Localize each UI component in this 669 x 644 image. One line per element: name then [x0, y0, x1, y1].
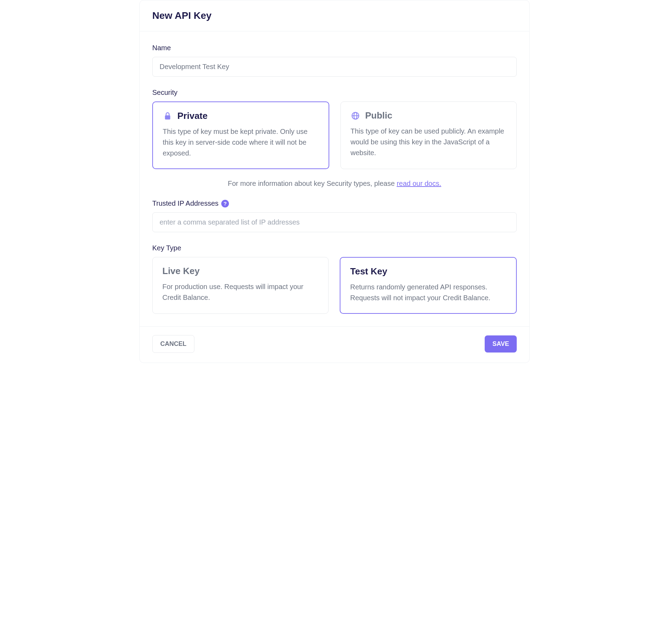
- key-type-label: Key Type: [152, 244, 517, 252]
- modal-footer: CANCEL SAVE: [140, 326, 529, 363]
- security-label: Security: [152, 89, 517, 97]
- trusted-ip-input[interactable]: [152, 212, 517, 232]
- name-section: Name: [152, 44, 517, 77]
- security-docs-link[interactable]: read our docs.: [397, 180, 441, 187]
- security-option-public-title: Public: [365, 110, 392, 121]
- security-option-private[interactable]: Private This type of key must be kept pr…: [152, 101, 329, 169]
- security-option-public-header: Public: [351, 110, 507, 121]
- key-type-option-live-header: Live Key: [162, 266, 318, 276]
- security-options: Private This type of key must be kept pr…: [152, 101, 517, 169]
- security-option-private-desc: This type of key must be kept private. O…: [163, 126, 319, 159]
- security-info-text: For more information about key Security …: [228, 180, 397, 187]
- modal-header: New API Key: [140, 0, 529, 31]
- modal-title: New API Key: [152, 10, 517, 21]
- key-type-option-test-header: Test Key: [350, 266, 506, 277]
- security-option-public[interactable]: Public This type of key can be used publ…: [340, 101, 517, 169]
- key-type-options: Live Key For production use. Requests wi…: [152, 257, 517, 314]
- security-option-private-header: Private: [163, 111, 319, 121]
- key-type-option-test-title: Test Key: [350, 266, 387, 277]
- trusted-ip-label-row: Trusted IP Addresses ?: [152, 199, 517, 207]
- name-input[interactable]: [152, 57, 517, 77]
- trusted-ip-section: Trusted IP Addresses ?: [152, 199, 517, 232]
- key-type-option-live-title: Live Key: [162, 266, 200, 276]
- name-label: Name: [152, 44, 517, 52]
- modal-body: Name Security Private: [140, 31, 529, 326]
- help-icon[interactable]: ?: [221, 200, 229, 207]
- key-type-option-live-desc: For production use. Requests will impact…: [162, 281, 318, 303]
- globe-icon: [351, 111, 360, 121]
- svg-rect-0: [165, 115, 170, 119]
- key-type-option-test[interactable]: Test Key Returns randomly generated API …: [340, 257, 517, 314]
- security-info: For more information about key Security …: [152, 180, 517, 188]
- security-option-public-desc: This type of key can be used publicly. A…: [351, 126, 507, 158]
- cancel-button[interactable]: CANCEL: [152, 335, 194, 353]
- new-api-key-modal: New API Key Name Security: [139, 0, 530, 363]
- lock-icon: [163, 111, 172, 121]
- key-type-section: Key Type Live Key For production use. Re…: [152, 244, 517, 314]
- trusted-ip-label: Trusted IP Addresses: [152, 199, 218, 207]
- key-type-option-test-desc: Returns randomly generated API responses…: [350, 282, 506, 303]
- key-type-option-live[interactable]: Live Key For production use. Requests wi…: [152, 257, 329, 314]
- save-button[interactable]: SAVE: [485, 335, 517, 353]
- security-option-private-title: Private: [177, 111, 208, 121]
- security-section: Security Private This type of key must b…: [152, 89, 517, 188]
